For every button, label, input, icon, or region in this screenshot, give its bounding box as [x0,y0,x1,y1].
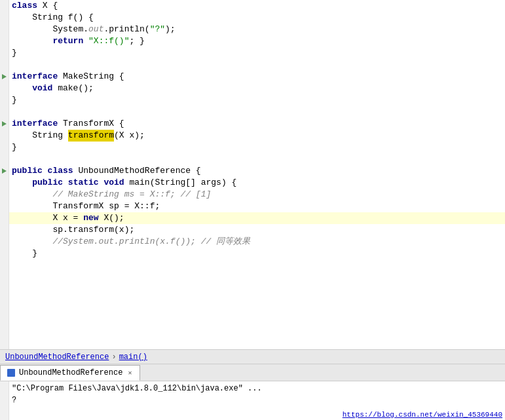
code-line-18: X x = new X(); [9,212,505,224]
gutter-cell-17 [0,200,9,212]
output-content: "C:\Program Files\Java\jdk1.8.0_112\bin\… [9,381,374,420]
code-token: sp.transform(x); [12,224,134,236]
code-token: new [83,212,103,224]
code-token: class [12,0,43,12]
gutter-cell-1 [0,12,9,24]
gutter-cell-16 [0,189,9,200]
output-area: "C:\Program Files\Java\jdk1.8.0_112\bin\… [0,381,505,420]
code-token: out [88,24,103,35]
code-line-14: public class UnboundMethodReference { [9,165,505,177]
gutter-cell-13 [0,153,9,165]
code-line-1: String f() { [9,12,505,24]
code-line-17: TransformX sp = X::f; [9,200,505,212]
code-token: transform [68,130,114,142]
code-token: public [12,177,68,189]
code-line-12: } [9,142,505,153]
gutter-cell-8 [0,94,9,106]
arrow-icon [2,74,7,79]
code-line-0: class X { [9,0,505,12]
code-line-15: public static void main(String[] args) { [9,177,505,189]
breadcrumb-class[interactable]: UnboundMethodReference [5,353,109,362]
code-token: make(); [58,83,94,94]
code-token: X { [43,0,58,12]
code-line-20: //System.out.println(x.f()); // 同等效果 [9,236,505,248]
code-token: (X x); [114,130,145,142]
code-token: return [12,35,88,47]
code-token: String f() { [12,12,94,24]
gutter-cell-14 [0,165,9,177]
gutter-cell-9 [0,106,9,118]
code-token: TransformX sp = X::f; [12,200,160,212]
tab-bar: UnboundMethodReference ✕ [0,364,505,381]
gutter-cell-2 [0,24,9,35]
code-line-13 [9,153,505,165]
code-line-5 [9,59,505,71]
gutter-cell-11 [0,130,9,142]
code-line-2: System.out.println("?"); [9,24,505,35]
code-token: void [12,83,58,94]
code-token: MakeString { [63,71,124,83]
gutter-cell-5 [0,59,9,71]
code-token: ); [165,24,176,35]
code-token: main(String[] args) { [129,177,236,189]
code-token: interface [12,71,63,83]
gutter-cell-15 [0,177,9,189]
output-line-1: "C:\Program Files\Java\jdk1.8.0_112\bin\… [12,383,371,394]
code-token: X x = [12,212,83,224]
breadcrumb-bar: UnboundMethodReference › main() [0,349,505,364]
code-token: // MakeString ms = X::f; // [1] [12,189,211,200]
output-line-2: ? [12,394,371,406]
code-token: UnboundMethodReference { [78,165,200,177]
gutter-cell-21 [0,248,9,259]
code-token: System. [12,24,88,35]
code-token: //System.out.println(x.f()); // 同等效果 [12,236,250,248]
code-line-8: } [9,94,505,106]
gutter-cell-7 [0,83,9,94]
code-line-10: interface TransformX { [9,118,505,130]
arrow-icon [2,121,7,126]
code-token: "?" [150,24,165,35]
code-token: void [103,177,129,189]
gutter-cell-0 [0,0,9,12]
code-token: } [12,94,17,106]
main-container: class X { String f() { System.out.printl… [0,0,505,420]
code-line-16: // MakeString ms = X::f; // [1] [9,189,505,200]
code-token: interface [12,118,63,130]
gutter-cell-20 [0,236,9,248]
code-token: class [48,165,79,177]
breadcrumb-separator: › [111,353,116,362]
code-token: String [12,130,68,142]
code-line-4: } [9,47,505,59]
tab-unbound[interactable]: UnboundMethodReference ✕ [0,365,140,381]
gutter-cell-3 [0,35,9,47]
breadcrumb-method[interactable]: main() [119,353,147,362]
tab-close-button[interactable]: ✕ [126,368,133,377]
gutter-cell-12 [0,142,9,153]
code-token: ; } [129,35,144,47]
code-token: } [12,47,17,59]
code-line-6: interface MakeString { [9,71,505,83]
code-token: } [12,142,17,153]
arrow-icon [2,168,7,174]
code-line-7: void make(); [9,83,505,94]
code-token: TransformX { [63,118,124,130]
code-token: static [68,177,104,189]
code-lines: class X { String f() { System.out.printl… [9,0,505,349]
gutter-cell-4 [0,47,9,59]
code-line-21: } [9,248,505,259]
code-token: public [12,165,48,177]
code-token: } [12,248,37,259]
output-gutter [0,381,9,420]
code-token: X(); [103,212,124,224]
tab-label: UnboundMethodReference [19,368,122,377]
code-line-9 [9,106,505,118]
tab-icon [7,369,15,377]
code-token: "X::f()" [88,35,129,47]
gutter-cell-6 [0,71,9,83]
gutter-cell-18 [0,212,9,224]
gutter-cell-19 [0,224,9,236]
code-gutter [0,0,9,349]
code-editor: class X { String f() { System.out.printl… [0,0,505,349]
output-link[interactable]: https://blog.csdn.net/weixin_45369440 [374,381,505,420]
code-line-19: sp.transform(x); [9,224,505,236]
